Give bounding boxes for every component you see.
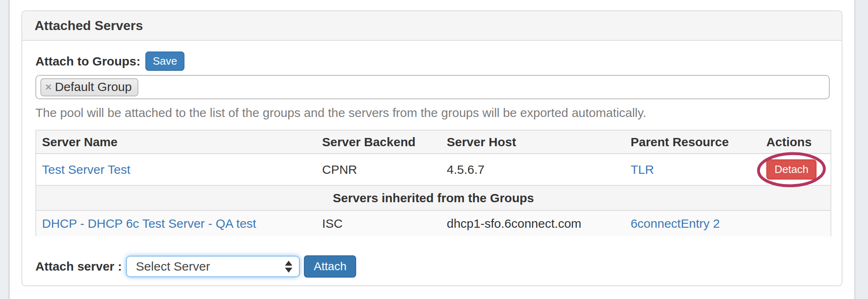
group-tag-label: Default Group — [55, 80, 132, 94]
server-select[interactable]: Select Server — [126, 256, 300, 277]
attached-servers-table: Server Name Server Backend Server Host P… — [35, 130, 831, 236]
groups-help-text: The pool will be attached to the list of… — [35, 106, 830, 120]
select-stepper-icon — [285, 261, 292, 273]
col-header-server-backend: Server Backend — [316, 130, 441, 154]
inherited-servers-caption-row: Servers inherited from the Groups — [36, 185, 831, 210]
parent-resource-link[interactable]: 6connectEntry 2 — [630, 217, 720, 230]
panel-body: Attach to Groups: Save × Default Group T… — [22, 41, 842, 278]
attach-server-label: Attach server : — [35, 259, 122, 273]
server-backend-cell: ISC — [316, 210, 441, 236]
server-name-link[interactable]: DHCP - DHCP 6c Test Server - QA test — [42, 217, 256, 230]
inherited-servers-caption: Servers inherited from the Groups — [36, 185, 831, 210]
attach-to-groups-label: Attach to Groups: — [35, 54, 140, 68]
col-header-server-host: Server Host — [441, 130, 625, 154]
server-host-cell: 4.5.6.7 — [441, 154, 625, 185]
table-header-row: Server Name Server Backend Server Host P… — [36, 130, 831, 154]
group-tag: × Default Group — [40, 78, 138, 96]
parent-resource-link[interactable]: TLR — [630, 163, 654, 176]
attach-server-row: Attach server : Select Server Attach — [35, 255, 830, 278]
save-button[interactable]: Save — [145, 51, 184, 71]
remove-tag-icon[interactable]: × — [45, 82, 51, 92]
groups-tag-input[interactable]: × Default Group — [35, 75, 830, 99]
panel-heading: Attached Servers — [22, 11, 842, 41]
server-host-cell: dhcp1-sfo.6connect.com — [441, 210, 625, 236]
server-name-link[interactable]: Test Server Test — [42, 163, 131, 176]
table-row: DHCP - DHCP 6c Test Server - QA test ISC… — [36, 210, 831, 236]
server-backend-cell: CPNR — [316, 154, 441, 185]
attached-servers-panel: Attached Servers Attach to Groups: Save … — [21, 10, 842, 286]
panel-title: Attached Servers — [35, 18, 143, 33]
col-header-server-name: Server Name — [36, 130, 316, 154]
table-row: Test Server Test CPNR 4.5.6.7 TLR Detach — [36, 154, 831, 185]
detach-button-wrapper: Detach — [766, 159, 817, 180]
attach-button[interactable]: Attach — [304, 255, 356, 278]
server-select-value: Select Server — [136, 259, 210, 273]
page-left-edge — [0, 0, 9, 299]
attach-to-groups-row: Attach to Groups: Save — [35, 51, 830, 71]
page-right-edge — [854, 0, 868, 299]
col-header-actions: Actions — [761, 130, 831, 154]
col-header-parent-resource: Parent Resource — [625, 130, 761, 154]
detach-button[interactable]: Detach — [766, 159, 817, 180]
